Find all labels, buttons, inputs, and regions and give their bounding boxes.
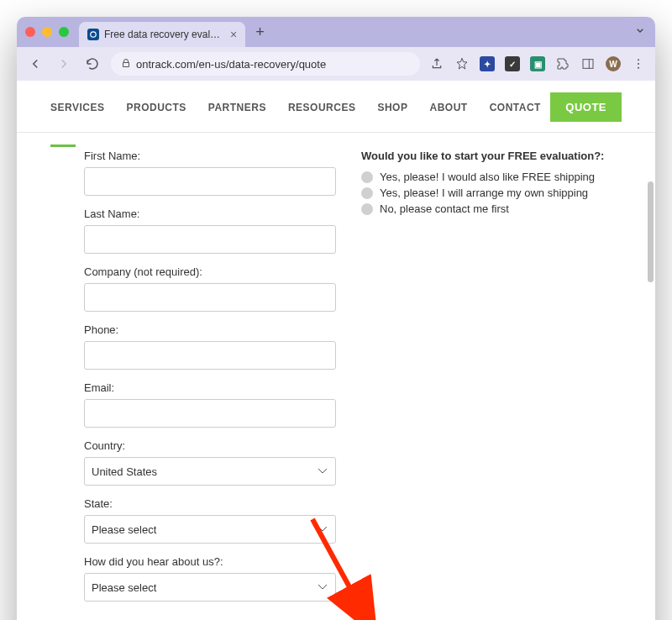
first-name-label: First Name: bbox=[84, 150, 336, 162]
site-nav: SERVICES PRODUCTS PARTNERS RESOURCES SHO… bbox=[17, 81, 655, 133]
tab-title: Free data recovery evaluation a bbox=[104, 29, 222, 40]
lock-icon bbox=[121, 58, 131, 71]
extension-icon-1[interactable]: ✦ bbox=[479, 55, 496, 72]
bookmark-icon[interactable] bbox=[454, 55, 470, 72]
nav-partners[interactable]: PARTNERS bbox=[208, 102, 266, 113]
quote-button[interactable]: QUOTE bbox=[550, 92, 622, 122]
svg-point-3 bbox=[638, 59, 639, 60]
browser-window: Free data recovery evaluation a × + ontr… bbox=[17, 17, 655, 620]
radio-option-contact-first[interactable]: No, please contact me first bbox=[361, 202, 622, 215]
nav-about[interactable]: ABOUT bbox=[429, 102, 467, 113]
maximize-window-button[interactable] bbox=[59, 27, 69, 37]
radio-label: Yes, please! I would also like FREE ship… bbox=[380, 171, 595, 183]
browser-tab[interactable]: Free data recovery evaluation a × bbox=[79, 22, 245, 47]
minimize-window-button[interactable] bbox=[42, 27, 52, 37]
share-icon[interactable] bbox=[428, 55, 445, 72]
tab-strip: Free data recovery evaluation a × + bbox=[79, 17, 270, 47]
svg-rect-1 bbox=[583, 60, 593, 69]
extensions-icon[interactable] bbox=[554, 55, 571, 72]
extension-icon-3[interactable]: ▣ bbox=[529, 55, 546, 72]
profile-avatar[interactable]: W bbox=[605, 55, 622, 72]
form-left-column: First Name: Last Name: Company (not requ… bbox=[84, 150, 336, 613]
nav-products[interactable]: PRODUCTS bbox=[126, 102, 186, 113]
radio-option-own-shipping[interactable]: Yes, please! I will arrange my own shipp… bbox=[361, 187, 622, 199]
nav-services[interactable]: SERVICES bbox=[50, 102, 104, 113]
form-content: First Name: Last Name: Company (not requ… bbox=[17, 133, 655, 620]
nav-shop[interactable]: SHOP bbox=[377, 102, 407, 113]
state-label: State: bbox=[84, 497, 336, 510]
hear-about-select[interactable]: Please select bbox=[84, 573, 336, 602]
tab-close-icon[interactable]: × bbox=[230, 28, 237, 41]
nav-accent bbox=[50, 144, 76, 147]
company-field[interactable] bbox=[84, 283, 336, 312]
country-select[interactable]: United States bbox=[84, 457, 336, 486]
address-bar[interactable]: ontrack.com/en-us/data-recovery/quote bbox=[111, 52, 420, 76]
radio-icon bbox=[361, 171, 373, 183]
svg-point-4 bbox=[638, 63, 639, 65]
email-label: Email: bbox=[84, 381, 336, 394]
reload-button[interactable] bbox=[82, 54, 102, 74]
company-label: Company (not required): bbox=[84, 265, 336, 278]
country-label: Country: bbox=[84, 439, 336, 452]
panel-icon[interactable] bbox=[580, 55, 596, 72]
radio-label: Yes, please! I will arrange my own shipp… bbox=[380, 187, 588, 199]
phone-field[interactable] bbox=[84, 341, 336, 370]
nav-menu: SERVICES PRODUCTS PARTNERS RESOURCES SHO… bbox=[50, 102, 541, 113]
evaluation-question-label: Would you like to start your FREE evalua… bbox=[361, 150, 622, 162]
radio-option-free-shipping[interactable]: Yes, please! I would also like FREE ship… bbox=[361, 171, 622, 183]
svg-point-5 bbox=[638, 67, 639, 69]
form-right-column: Would you like to start your FREE evalua… bbox=[361, 150, 622, 613]
toolbar-icons: ✦ ✓ ▣ W bbox=[428, 55, 647, 72]
titlebar: Free data recovery evaluation a × + bbox=[17, 17, 655, 47]
browser-toolbar: ontrack.com/en-us/data-recovery/quote ✦ … bbox=[17, 47, 655, 81]
menu-icon[interactable] bbox=[630, 55, 647, 72]
last-name-field[interactable] bbox=[84, 225, 336, 254]
radio-icon bbox=[361, 203, 373, 215]
extension-icon-2[interactable]: ✓ bbox=[504, 55, 521, 72]
url-text: ontrack.com/en-us/data-recovery/quote bbox=[136, 58, 326, 71]
svg-point-0 bbox=[91, 32, 96, 37]
first-name-field[interactable] bbox=[84, 167, 336, 196]
tab-favicon-icon bbox=[87, 29, 99, 40]
expand-tabs-icon[interactable] bbox=[633, 24, 647, 40]
state-select[interactable]: Please select bbox=[84, 515, 336, 544]
traffic-lights bbox=[25, 27, 69, 37]
radio-label: No, please contact me first bbox=[380, 202, 509, 215]
hear-about-label: How did you hear about us?: bbox=[84, 555, 336, 568]
page-content: SERVICES PRODUCTS PARTNERS RESOURCES SHO… bbox=[17, 81, 655, 620]
last-name-label: Last Name: bbox=[84, 208, 336, 220]
page-scrollbar[interactable] bbox=[648, 181, 654, 282]
close-window-button[interactable] bbox=[25, 27, 35, 37]
nav-contact[interactable]: CONTACT bbox=[490, 102, 541, 113]
email-field[interactable] bbox=[84, 399, 336, 428]
radio-icon bbox=[361, 187, 373, 199]
nav-resources[interactable]: RESOURCES bbox=[288, 102, 356, 113]
phone-label: Phone: bbox=[84, 323, 336, 336]
new-tab-button[interactable]: + bbox=[250, 24, 270, 41]
forward-button[interactable] bbox=[54, 54, 74, 74]
back-button[interactable] bbox=[25, 54, 45, 74]
